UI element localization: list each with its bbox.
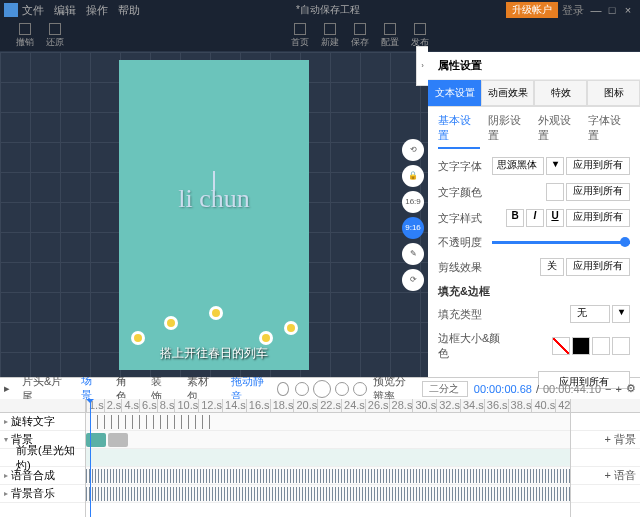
track-data-bg-clip[interactable]	[86, 449, 570, 467]
fill-dropdown-button[interactable]: ▾	[612, 305, 630, 323]
track-data-voice[interactable]	[86, 467, 570, 485]
track-data-subtitle[interactable]	[86, 413, 570, 431]
subtab-appearance[interactable]: 外观设置	[538, 113, 580, 149]
publish-icon	[414, 23, 426, 35]
canvas[interactable]: li chun 搭上开往春日的列车	[119, 60, 309, 370]
playhead[interactable]	[90, 399, 91, 517]
apply-scissor-button[interactable]: 应用到所有	[566, 258, 630, 276]
home-button[interactable]: 首页	[291, 23, 309, 49]
track-data-music[interactable]	[86, 485, 570, 503]
track-bg-clip[interactable]: 前景(星光知灼)	[0, 449, 85, 467]
underline-button[interactable]: U	[546, 209, 564, 227]
loop-button[interactable]	[353, 382, 367, 396]
zoom-out-button[interactable]: −	[605, 383, 611, 395]
border-color-swatch[interactable]	[572, 337, 590, 355]
text-color-swatch[interactable]	[546, 183, 564, 201]
flower-graphic	[209, 306, 223, 320]
collapse-panel-button[interactable]: ›	[416, 46, 428, 86]
tool-reset[interactable]: ⟳	[402, 269, 424, 291]
save-button[interactable]: 保存	[351, 23, 369, 49]
scissor-toggle[interactable]: 关	[540, 258, 564, 276]
label-style: 文字样式	[438, 211, 492, 226]
tool-ratio-916[interactable]: 9:16	[402, 217, 424, 239]
border-none-swatch[interactable]	[552, 337, 570, 355]
add-bg-button[interactable]: + 背景	[605, 432, 636, 447]
subtab-basic[interactable]: 基本设置	[438, 113, 480, 149]
minimize-button[interactable]: —	[588, 4, 604, 16]
track-music[interactable]: ▸背景音乐	[0, 485, 85, 503]
new-icon	[324, 23, 336, 35]
track-subtitle[interactable]: ▸旋转文字	[0, 413, 85, 431]
tool-link[interactable]: ⟲	[402, 139, 424, 161]
tool-pen[interactable]: ✎	[402, 243, 424, 265]
canvas-tools: ⟲ 🔒 16:9 9:16 ✎ ⟳	[398, 135, 428, 295]
menu-edit[interactable]: 编辑	[54, 3, 76, 18]
menu-action[interactable]: 操作	[86, 3, 108, 18]
home-icon	[294, 23, 306, 35]
font-dropdown-button[interactable]: ▾	[546, 157, 564, 175]
label-border: 边框大小&颜色	[438, 331, 508, 361]
new-button[interactable]: 新建	[321, 23, 339, 49]
section-fill-border: 填充&边框	[438, 284, 630, 299]
prev-button[interactable]	[295, 382, 309, 396]
flower-graphic	[164, 316, 178, 330]
preview-res-select[interactable]: 二分之一	[422, 381, 468, 397]
border-extra-swatch[interactable]	[612, 337, 630, 355]
redo-button[interactable]: 还原	[46, 23, 64, 49]
subtab-shadow[interactable]: 阴影设置	[488, 113, 530, 149]
titlebar: 文件 编辑 操作 帮助 *自动保存工程 升级帐户 登录 — □ ×	[0, 0, 640, 20]
time-total: 00:00:44.10	[543, 383, 601, 395]
upgrade-button[interactable]: 升级帐户	[506, 2, 558, 18]
apply-style-button[interactable]: 应用到所有	[566, 209, 630, 227]
timeline-settings-icon[interactable]: ⚙	[626, 382, 636, 395]
tab-animation[interactable]: 动画效果	[481, 80, 534, 106]
header-expand-icon[interactable]: ▸	[4, 382, 10, 395]
canvas-main-text[interactable]: li chun	[178, 184, 250, 214]
subtab-font[interactable]: 字体设置	[588, 113, 630, 149]
time-ruler[interactable]: 1.s2.s4.s6.s8.s10.s12.s14.s16.s18.s20.s2…	[86, 399, 570, 413]
track-data-bg[interactable]	[86, 431, 570, 449]
font-select[interactable]: 思源黑体	[492, 157, 544, 175]
time-current: 00:00:00.68	[474, 383, 532, 395]
label-font: 文字字体	[438, 159, 492, 174]
opacity-slider[interactable]	[492, 241, 630, 244]
flower-graphic	[259, 331, 273, 345]
label-opacity: 不透明度	[438, 235, 492, 250]
canvas-subtitle[interactable]: 搭上开往春日的列车	[119, 345, 309, 362]
menu-help[interactable]: 帮助	[118, 3, 140, 18]
fill-type-select[interactable]: 无	[570, 305, 610, 323]
menu-file[interactable]: 文件	[22, 3, 44, 18]
zoom-in-button[interactable]: +	[616, 383, 622, 395]
waveform-music[interactable]	[86, 487, 570, 501]
undo-button[interactable]: 撤销	[16, 23, 34, 49]
login-button[interactable]: 登录	[562, 3, 584, 18]
tool-ratio-169[interactable]: 16:9	[402, 191, 424, 213]
undo-icon	[19, 23, 31, 35]
mute-icon[interactable]	[277, 382, 288, 396]
maximize-button[interactable]: □	[604, 4, 620, 16]
apply-font-button[interactable]: 应用到所有	[566, 157, 630, 175]
tab-effects[interactable]: 特效	[534, 80, 587, 106]
apply-color-button[interactable]: 应用到所有	[566, 183, 630, 201]
waveform-voice[interactable]	[86, 469, 570, 483]
clip-bg-1[interactable]	[86, 433, 106, 447]
add-voice-button[interactable]: + 语音	[605, 468, 636, 483]
toolbar: 撤销 还原 首页 新建 保存 配置 发布	[0, 20, 640, 52]
close-button[interactable]: ×	[620, 4, 636, 16]
label-scissor: 剪线效果	[438, 260, 492, 275]
border-width-swatch[interactable]	[592, 337, 610, 355]
tab-text-settings[interactable]: 文本设置	[428, 80, 481, 106]
config-icon	[384, 23, 396, 35]
flower-graphic	[284, 321, 298, 335]
redo-icon	[49, 23, 61, 35]
italic-button[interactable]: I	[526, 209, 544, 227]
canvas-area[interactable]: li chun 搭上开往春日的列车 ⟲ 🔒 16:9 9:16 ✎ ⟳	[0, 52, 428, 377]
properties-panel: › 属性设置 文本设置 动画效果 特效 图标 基本设置 阴影设置 外观设置 字体…	[428, 52, 640, 377]
bold-button[interactable]: B	[506, 209, 524, 227]
config-button[interactable]: 配置	[381, 23, 399, 49]
clip-bg-2[interactable]	[108, 433, 128, 447]
tab-icons[interactable]: 图标	[587, 80, 640, 106]
play-button[interactable]	[313, 380, 331, 398]
next-button[interactable]	[335, 382, 349, 396]
tool-lock[interactable]: 🔒	[402, 165, 424, 187]
